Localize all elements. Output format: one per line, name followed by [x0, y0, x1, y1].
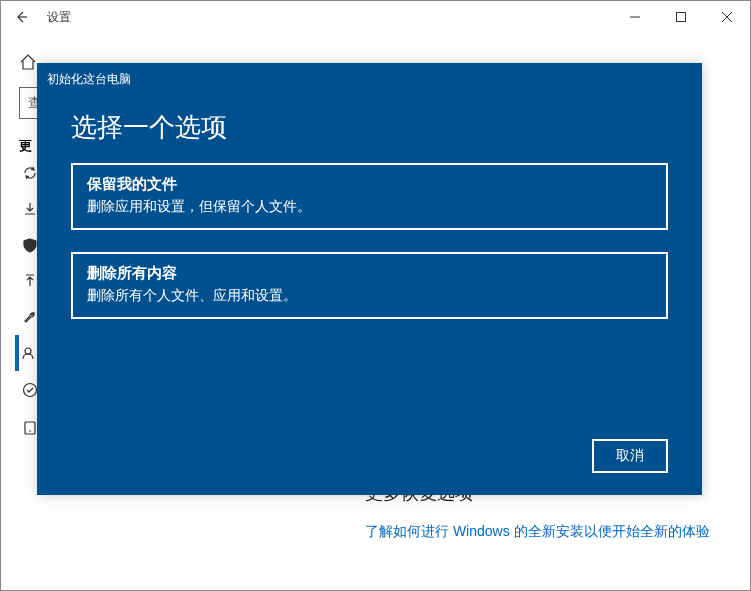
minimize-icon: [630, 12, 640, 22]
recovery-icon: [19, 345, 37, 361]
close-icon: [722, 12, 732, 22]
minimize-button[interactable]: [612, 1, 658, 33]
maximize-button[interactable]: [658, 1, 704, 33]
svg-rect-7: [25, 422, 35, 434]
fresh-install-link[interactable]: 了解如何进行 Windows 的全新安装以便开始全新的体验: [365, 523, 726, 541]
back-button[interactable]: [9, 5, 33, 29]
settings-window: 设置 查 更: [0, 0, 751, 591]
option-keep-files[interactable]: 保留我的文件 删除应用和设置，但保留个人文件。: [71, 163, 668, 230]
option-remove-everything[interactable]: 删除所有内容 删除所有个人文件、应用和设置。: [71, 252, 668, 319]
svg-point-8: [29, 430, 31, 432]
window-title: 设置: [47, 9, 71, 26]
option-desc: 删除所有个人文件、应用和设置。: [87, 287, 652, 305]
home-icon: [19, 53, 37, 71]
option-desc: 删除应用和设置，但保留个人文件。: [87, 198, 652, 216]
option-title: 保留我的文件: [87, 175, 652, 194]
titlebar: 设置: [1, 1, 750, 33]
close-button[interactable]: [704, 1, 750, 33]
option-title: 删除所有内容: [87, 264, 652, 283]
dialog-options: 保留我的文件 删除应用和设置，但保留个人文件。 删除所有内容 删除所有个人文件、…: [37, 163, 702, 319]
reset-pc-dialog: 初始化这台电脑 选择一个选项 保留我的文件 删除应用和设置，但保留个人文件。 删…: [37, 63, 702, 495]
dialog-small-title: 初始化这台电脑: [37, 63, 702, 88]
cancel-button[interactable]: 取消: [592, 439, 668, 473]
svg-rect-2: [677, 13, 686, 22]
svg-point-5: [25, 348, 31, 354]
maximize-icon: [676, 12, 686, 22]
dialog-footer: 取消: [592, 439, 668, 473]
dialog-heading: 选择一个选项: [37, 88, 702, 163]
svg-point-6: [24, 384, 37, 397]
arrow-left-icon: [13, 9, 29, 25]
titlebar-controls: [612, 1, 750, 33]
titlebar-left: 设置: [9, 5, 71, 29]
